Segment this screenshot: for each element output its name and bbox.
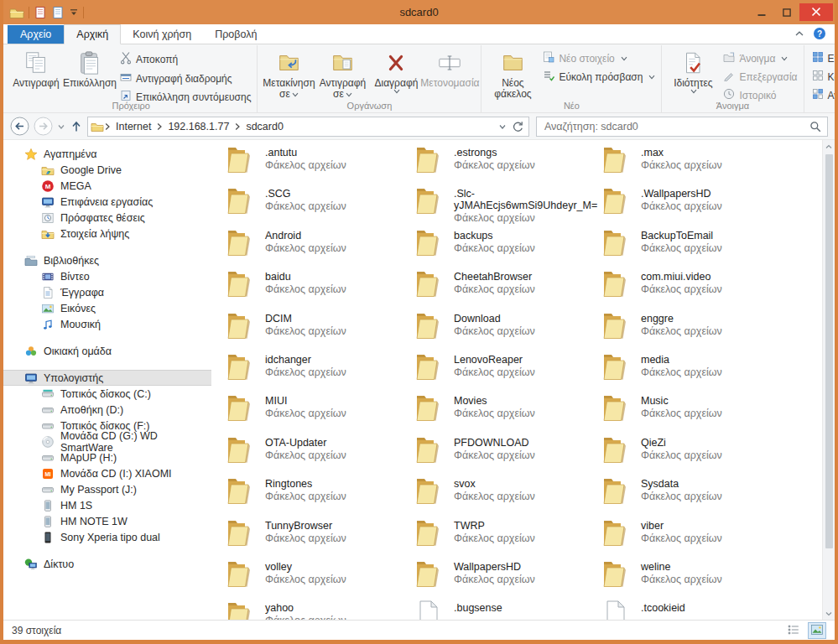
file-tile[interactable]: .estrongsΦάκελος αρχείων <box>411 143 597 184</box>
new-folder-quick-icon[interactable] <box>51 6 65 19</box>
file-tile[interactable]: BackupToEmailΦάκελος αρχείων <box>598 226 784 267</box>
file-tile[interactable]: yahooΦάκελος αρχείων <box>222 599 409 620</box>
sidebar-item-disk-c[interactable]: Τοπικός δίσκος (C:) <box>3 386 211 402</box>
file-tile[interactable]: DownloadΦάκελος αρχείων <box>411 309 597 351</box>
file-tile[interactable]: QieZiΦάκελος αρχείων <box>598 434 784 475</box>
properties-button[interactable]: Ιδιότητες <box>666 47 720 94</box>
properties-quick-icon[interactable] <box>34 6 47 19</box>
sidebar-item-hm-1s[interactable]: HM 1S <box>3 497 211 513</box>
file-tile[interactable]: svoxΦάκελος αρχείων <box>411 475 597 516</box>
forward-button[interactable] <box>34 117 53 136</box>
sidebar-item-desktop[interactable]: Επιφάνεια εργασίας <box>3 194 211 210</box>
file-tile[interactable]: MusicΦάκελος αρχείων <box>598 392 784 433</box>
file-tile[interactable]: .maxΦάκελος αρχείων <box>598 143 784 184</box>
sidebar-item-network[interactable]: Δίκτυο <box>3 556 211 572</box>
minimize-button[interactable] <box>749 3 774 21</box>
search-box[interactable] <box>536 117 828 137</box>
sidebar-item-mega[interactable]: MMEGA <box>3 178 211 194</box>
sidebar-item-downloads[interactable]: Στοιχεία λήψης <box>3 226 211 242</box>
file-tile[interactable]: MoviesΦάκελος αρχείων <box>411 392 597 433</box>
sidebar-item-cd-i[interactable]: MIΜονάδα CD (I:) XIAOMI <box>3 465 211 481</box>
file-tile[interactable]: .WallpapersHDΦάκελος αρχείων <box>598 184 784 226</box>
file-tile[interactable]: WallpapersHDΦάκελος αρχείων <box>411 558 597 599</box>
maximize-button[interactable] <box>774 3 799 21</box>
cut-button[interactable]: Αποκοπή <box>120 51 251 67</box>
address-dropdown-icon[interactable] <box>498 122 507 131</box>
sidebar-item-computer[interactable]: Υπολογιστής <box>3 370 211 386</box>
file-tile[interactable]: SysdataΦάκελος αρχείων <box>598 475 784 516</box>
move-to-button[interactable]: Μετακίνηση σε <box>262 47 315 101</box>
file-tile[interactable]: DCIMΦάκελος αρχείων <box>222 309 409 351</box>
breadcrumb-item[interactable]: 192.168.1.77 <box>164 119 232 134</box>
sidebar-item-google-drive[interactable]: Google Drive <box>3 162 211 178</box>
sidebar-item-hm-note-1w[interactable]: HM NOTE 1W <box>3 513 211 529</box>
file-tile[interactable]: mediaΦάκελος αρχείων <box>598 351 784 392</box>
tab-share[interactable]: Κοινή χρήση <box>121 25 203 44</box>
tab-file[interactable]: Αρχείο <box>8 25 64 44</box>
breadcrumb-item[interactable]: Internet <box>112 119 154 134</box>
sidebar-item-cd-g[interactable]: Μονάδα CD (G:) WD SmartWare <box>3 434 211 449</box>
address-box[interactable]: Internet192.168.1.77sdcard0 <box>87 117 529 137</box>
sidebar-item-homegroup[interactable]: Οικιακή ομάδα <box>3 343 211 359</box>
open-button[interactable]: Άνοιγμα <box>723 51 797 65</box>
file-tile[interactable]: AndroidΦάκελος αρχείων <box>222 226 409 267</box>
recent-pages-icon[interactable] <box>57 122 65 131</box>
sidebar-item-recent-places[interactable]: Πρόσφατες θέσεις <box>3 210 211 226</box>
breadcrumb-item[interactable]: sdcard0 <box>242 119 286 134</box>
file-tile[interactable]: .SCGΦάκελος αρχείων <box>222 184 409 226</box>
file-tile[interactable]: RingtonesΦάκελος αρχείων <box>222 475 409 516</box>
up-button[interactable] <box>70 120 83 133</box>
search-input[interactable] <box>543 120 809 133</box>
sidebar-item-sony-xperia[interactable]: Sony Xperia tipo dual <box>3 529 211 545</box>
sidebar-item-favorites[interactable]: Αγαπημένα <box>3 146 211 162</box>
file-tile[interactable]: MIUIΦάκελος αρχείων <box>222 392 409 433</box>
file-tile[interactable]: .antutuΦάκελος αρχείων <box>222 143 409 184</box>
scroll-down-icon[interactable] <box>823 607 835 620</box>
copy-button[interactable]: Αντιγραφή <box>9 47 63 89</box>
select-none-button[interactable]: Καμία επιλογή <box>812 70 838 84</box>
vertical-scrollbar[interactable] <box>822 140 835 620</box>
minimize-ribbon-icon[interactable] <box>794 30 804 37</box>
file-tile[interactable]: backupsΦάκελος αρχείων <box>411 226 597 267</box>
delete-button[interactable]: Διαγραφή <box>369 47 423 94</box>
sidebar-item-videos[interactable]: Βίντεο <box>3 268 211 284</box>
file-tile[interactable]: enggreΦάκελος αρχείων <box>598 309 784 351</box>
file-tile[interactable]: welineΦάκελος αρχείων <box>598 558 784 599</box>
file-tile[interactable]: .bugsense <box>411 599 597 620</box>
scrollbar-thumb[interactable] <box>825 154 833 548</box>
sidebar-item-disk-j[interactable]: My Passport (J:) <box>3 481 211 497</box>
sidebar-item-documents[interactable]: Έγγραφα <box>3 284 211 300</box>
file-tile[interactable]: OTA-UpdaterΦάκελος αρχείων <box>222 434 409 475</box>
file-tile[interactable]: TWRPΦάκελος αρχείων <box>411 517 597 558</box>
file-tile[interactable]: LenovoReaperΦάκελος αρχείων <box>411 351 597 392</box>
edit-button[interactable]: Επεξεργασία <box>723 70 797 84</box>
copy-to-button[interactable]: Αντιγραφή σε <box>315 47 369 101</box>
file-tile[interactable]: baiduΦάκελος αρχείων <box>222 267 409 309</box>
tab-home[interactable]: Αρχική <box>64 24 121 44</box>
customize-toolbar-icon[interactable] <box>69 8 79 18</box>
back-button[interactable] <box>10 117 29 136</box>
file-tile[interactable]: .Slc-yJMAhEcjs6wmSi9Uhdeyr_M=Φάκελος αρχ… <box>411 184 597 226</box>
icons-view-button[interactable] <box>808 622 826 639</box>
new-folder-button[interactable]: Νέος φάκελος <box>486 47 539 101</box>
sidebar-item-libraries[interactable]: Βιβλιοθήκες <box>3 252 211 268</box>
file-tile[interactable]: viberΦάκελος αρχείων <box>598 517 784 558</box>
sidebar-item-pictures[interactable]: Εικόνες <box>3 300 211 316</box>
new-item-button[interactable]: Νέο στοιχείο <box>543 51 655 65</box>
close-button[interactable] <box>799 3 833 21</box>
file-tile[interactable]: PFDOWNLOADΦάκελος αρχείων <box>411 434 597 475</box>
tab-view[interactable]: Προβολή <box>203 25 268 44</box>
sidebar-item-music[interactable]: Μουσική <box>3 316 211 332</box>
search-icon[interactable] <box>809 121 821 132</box>
sidebar-item-disk-d[interactable]: Αποθήκη (D:) <box>3 402 211 418</box>
paste-button[interactable]: Επικόλληση <box>63 47 117 89</box>
file-tile[interactable]: volleyΦάκελος αρχείων <box>222 558 409 599</box>
details-view-button[interactable] <box>784 622 803 639</box>
refresh-icon[interactable] <box>512 121 523 132</box>
file-tile[interactable]: TunnyBrowserΦάκελος αρχείων <box>222 517 409 558</box>
scroll-up-icon[interactable] <box>823 140 835 153</box>
copy-path-button[interactable]: Αντιγραφή διαδρομής <box>120 71 251 86</box>
easy-access-button[interactable]: Εύκολη πρόσβαση <box>543 70 655 84</box>
select-all-button[interactable]: Επιλογή όλων <box>812 51 838 65</box>
file-tile[interactable]: CheetahBrowserΦάκελος αρχείων <box>411 267 597 309</box>
